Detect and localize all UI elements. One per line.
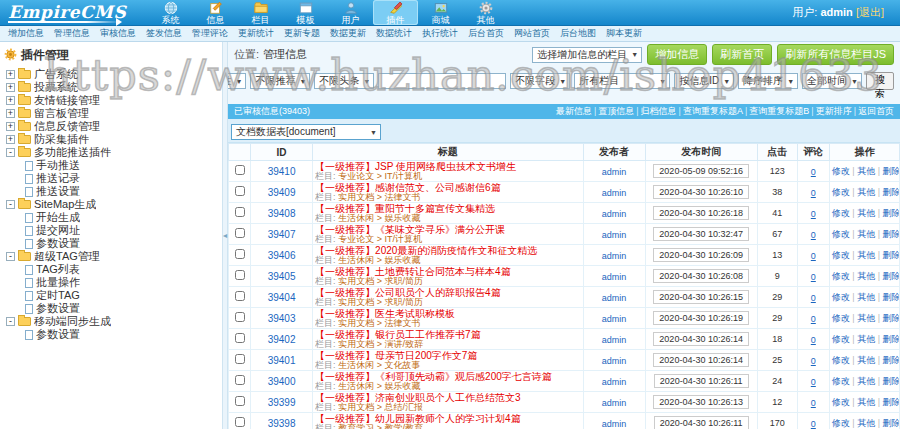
- publisher-link[interactable]: admin: [602, 314, 627, 324]
- op-link-1[interactable]: 其他: [857, 418, 875, 428]
- filter-select[interactable]: 全部时间▼: [802, 73, 862, 89]
- filter-select[interactable]: 所有栏目▼: [574, 73, 670, 89]
- op-link-2[interactable]: 删除: [883, 355, 900, 365]
- tree-leaf[interactable]: TAG列表: [0, 263, 222, 276]
- op-link-2[interactable]: 删除: [883, 229, 900, 239]
- search-button[interactable]: 搜索: [866, 72, 894, 90]
- op-link-1[interactable]: 其他: [857, 355, 875, 365]
- tree-leaf[interactable]: 推送记录: [0, 172, 222, 185]
- comments-link[interactable]: 0: [811, 335, 816, 345]
- info-title-link[interactable]: 【一级推荐】幼儿园新教师个人的学习计划4篇: [315, 414, 521, 423]
- tree-leaf[interactable]: 提交网址: [0, 224, 222, 237]
- row-checkbox[interactable]: [235, 396, 245, 406]
- category-link[interactable]: 实用文档 > 求职/简历: [338, 276, 423, 285]
- filter-select[interactable]: 按信息ID▼: [674, 73, 734, 89]
- op-link-2[interactable]: 删除: [883, 250, 900, 260]
- comments-link[interactable]: 0: [811, 293, 816, 303]
- datatable-select[interactable]: 文档数据表[document]▼: [231, 124, 381, 140]
- top-menu-template[interactable]: 模板: [283, 0, 328, 25]
- info-title-link[interactable]: 【一级推荐】《利哥顶先动霸》观后感200字七言诗篇: [315, 372, 552, 381]
- comments-link[interactable]: 0: [811, 272, 816, 282]
- top-menu-edit[interactable]: 信息: [193, 0, 238, 25]
- info-title-link[interactable]: 【一级推荐】土地费转让合同范本与样本4篇: [315, 267, 511, 276]
- publisher-link[interactable]: admin: [602, 230, 627, 240]
- op-link-0[interactable]: 修改: [832, 292, 850, 302]
- collapse-icon[interactable]: -: [6, 200, 15, 209]
- row-checkbox[interactable]: [235, 354, 245, 364]
- op-link-2[interactable]: 删除: [883, 271, 900, 281]
- info-id-link[interactable]: 39408: [268, 208, 296, 219]
- tree-leaf[interactable]: 批量操作: [0, 276, 222, 289]
- op-link-0[interactable]: 修改: [832, 166, 850, 176]
- comments-link[interactable]: 0: [811, 314, 816, 324]
- op-link-1[interactable]: 其他: [857, 334, 875, 344]
- info-id-link[interactable]: 39409: [268, 187, 296, 198]
- category-link[interactable]: 教育学习 > 教学/教育: [338, 423, 423, 429]
- op-link-0[interactable]: 修改: [832, 418, 850, 428]
- publisher-link[interactable]: admin: [602, 377, 627, 387]
- row-checkbox[interactable]: [235, 375, 245, 385]
- list-header-link[interactable]: 查询重复标题B: [749, 106, 809, 116]
- comments-link[interactable]: 0: [811, 398, 816, 408]
- expand-icon[interactable]: +: [6, 109, 15, 118]
- op-link-0[interactable]: 修改: [832, 208, 850, 218]
- category-link[interactable]: 生活休闲 > 娱乐收藏: [338, 213, 420, 222]
- row-checkbox[interactable]: [235, 249, 245, 259]
- info-title-link[interactable]: 【一级推荐】银行员工工作推荐书7篇: [315, 330, 481, 339]
- op-link-2[interactable]: 删除: [883, 208, 900, 218]
- top-menu-globe[interactable]: 系统: [148, 0, 193, 25]
- category-link[interactable]: 实用文档 > 法律文书: [338, 318, 420, 327]
- op-link-2[interactable]: 删除: [883, 334, 900, 344]
- info-id-link[interactable]: 39405: [268, 271, 296, 282]
- row-checkbox[interactable]: [235, 186, 245, 196]
- row-checkbox[interactable]: [235, 207, 245, 217]
- subnav-link[interactable]: 数据更新: [330, 27, 366, 40]
- publisher-link[interactable]: admin: [602, 398, 627, 408]
- op-link-0[interactable]: 修改: [832, 397, 850, 407]
- op-link-0[interactable]: 修改: [832, 229, 850, 239]
- collapse-icon[interactable]: -: [6, 148, 15, 157]
- category-link[interactable]: 实用文档 > 求职/简历: [338, 297, 423, 306]
- expand-icon[interactable]: +: [6, 135, 15, 144]
- info-id-link[interactable]: 39399: [268, 397, 296, 408]
- tree-leaf[interactable]: 参数设置: [0, 328, 222, 341]
- list-header-link[interactable]: 返回首页: [858, 106, 894, 116]
- op-link-1[interactable]: 其他: [857, 250, 875, 260]
- filter-select[interactable]: 不限头条▼: [314, 73, 374, 89]
- tree-leaf[interactable]: 手动推送: [0, 159, 222, 172]
- filter-select[interactable]: 降序排序▼: [738, 73, 798, 89]
- top-menu-user[interactable]: 用户: [328, 0, 373, 25]
- info-title-link[interactable]: 【一级推荐】医生考试职称模板: [315, 309, 455, 318]
- subnav-link[interactable]: 脚本更新: [606, 27, 642, 40]
- toolbar-button-2[interactable]: 刷新所有信息栏目JS: [777, 44, 894, 65]
- subnav-link[interactable]: 更新专题: [284, 27, 320, 40]
- category-link[interactable]: 生活休闲 > 文化故事: [338, 360, 420, 369]
- op-link-0[interactable]: 修改: [832, 187, 850, 197]
- add-column-select[interactable]: 选择增加信息的栏目▼: [532, 47, 642, 63]
- op-link-1[interactable]: 其他: [857, 187, 875, 197]
- info-title-link[interactable]: 【一级推荐】《某味文学寻乐》满分公开课: [315, 225, 505, 234]
- comments-link[interactable]: 0: [811, 188, 816, 198]
- info-id-link[interactable]: 39404: [268, 292, 296, 303]
- info-title-link[interactable]: 【一级推荐】济南创业职员个人工作总结范文3: [315, 393, 521, 402]
- op-link-2[interactable]: 删除: [883, 397, 900, 407]
- comments-link[interactable]: 0: [811, 209, 816, 219]
- op-link-1[interactable]: 其他: [857, 376, 875, 386]
- collapse-icon[interactable]: -: [6, 252, 15, 261]
- info-title-link[interactable]: 【一级推荐】感谢信范文、公司感谢信6篇: [315, 183, 501, 192]
- info-id-link[interactable]: 39403: [268, 313, 296, 324]
- search-keyword-input[interactable]: [378, 73, 506, 89]
- info-title-link[interactable]: 【一级推荐】公司职员个人的辞职报告4篇: [315, 288, 501, 297]
- tree-node[interactable]: -超级TAG管理: [0, 250, 222, 263]
- subnav-link[interactable]: 增加信息: [8, 27, 44, 40]
- info-title-link[interactable]: 【一级推荐】JSP 使用网络爬虫技术文书增生: [315, 162, 516, 171]
- list-header-link[interactable]: 归档信息: [641, 106, 677, 116]
- subnav-link[interactable]: 后台地图: [560, 27, 596, 40]
- top-menu-gear[interactable]: 其他: [463, 0, 508, 25]
- comments-link[interactable]: 0: [811, 419, 816, 429]
- list-header-link[interactable]: 置顶信息: [598, 106, 634, 116]
- publisher-link[interactable]: admin: [602, 167, 627, 177]
- op-link-1[interactable]: 其他: [857, 208, 875, 218]
- info-id-link[interactable]: 39398: [268, 418, 296, 429]
- toolbar-button-1[interactable]: 刷新首页: [712, 44, 772, 65]
